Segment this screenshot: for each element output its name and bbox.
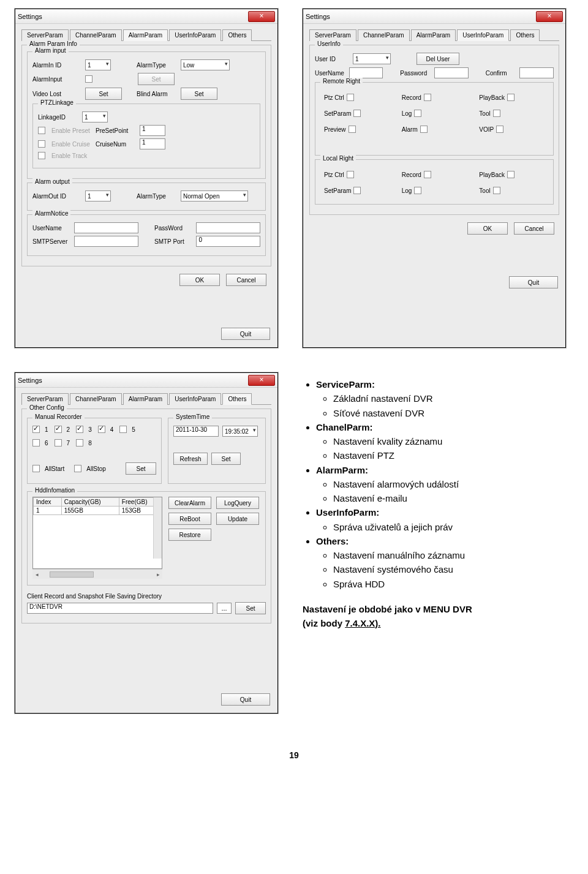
remote-log-checkbox[interactable] — [414, 110, 421, 117]
cancel-button[interactable]: Cancel — [514, 222, 554, 235]
password-input[interactable] — [196, 222, 260, 233]
clearalarm-button[interactable]: ClearAlarm — [168, 497, 211, 509]
tab-serverparam[interactable]: ServerParam — [309, 29, 356, 41]
hscrollbar[interactable]: ◂▸ — [32, 569, 162, 579]
time-select[interactable]: 19:35:02 — [222, 426, 258, 437]
username-input[interactable] — [349, 67, 383, 78]
local-log-checkbox[interactable] — [414, 187, 421, 194]
enable-track-checkbox[interactable] — [38, 152, 45, 159]
cruisenum-input[interactable]: 1 — [140, 138, 165, 149]
local-playback-checkbox[interactable] — [507, 171, 514, 178]
remote-tool-checkbox[interactable] — [493, 110, 500, 117]
systime-set-button[interactable]: Set — [211, 453, 241, 465]
remote-preview-checkbox[interactable] — [349, 126, 356, 133]
enable-preset-checkbox[interactable] — [38, 127, 45, 134]
label-smtpserver: SMTPServer — [32, 238, 70, 245]
linkageid-select[interactable]: 1 — [82, 111, 108, 122]
label-alarmout-id: AlarmOut ID — [32, 193, 81, 200]
quit-button[interactable]: Quit — [509, 276, 558, 288]
tab-others[interactable]: Others — [222, 393, 252, 405]
reboot-button[interactable]: ReBoot — [168, 513, 211, 525]
quit-button[interactable]: Quit — [221, 693, 270, 706]
tab-channelparam[interactable]: ChannelParam — [70, 29, 122, 41]
vscrollbar[interactable] — [153, 497, 162, 559]
tabs: ServerParam ChannelParam AlarmParam User… — [309, 29, 559, 41]
tab-alarmparam[interactable]: AlarmParam — [123, 29, 168, 41]
tab-serverparam[interactable]: ServerParam — [21, 393, 69, 405]
tab-userinfoparam[interactable]: UserInfoParam — [169, 29, 221, 41]
tab-others[interactable]: Others — [222, 29, 252, 41]
blindalarm-set-button[interactable]: Set — [181, 88, 217, 100]
ok-button[interactable]: OK — [467, 222, 508, 235]
local-record-checkbox[interactable] — [424, 171, 431, 178]
remote-record-checkbox[interactable] — [424, 94, 431, 101]
ch3-checkbox[interactable] — [76, 426, 83, 433]
allstop-checkbox[interactable] — [74, 465, 81, 472]
tab-alarmparam[interactable]: AlarmParam — [411, 29, 456, 41]
tab-alarmparam[interactable]: AlarmParam — [123, 393, 168, 405]
presetpoint-input[interactable]: 1 — [140, 125, 165, 136]
tab-others[interactable]: Others — [510, 29, 540, 41]
alarminput-checkbox[interactable] — [85, 75, 92, 83]
ch4-checkbox[interactable] — [98, 426, 105, 433]
cancel-button[interactable]: Cancel — [226, 274, 266, 286]
hdd-table-wrapper[interactable]: Index Capacity(GB) Free(GB) 1 155GB 153G… — [32, 497, 162, 569]
manual-set-button[interactable]: Set — [126, 462, 156, 475]
ch7-checkbox[interactable] — [55, 439, 62, 446]
remote-setparam-checkbox[interactable] — [353, 110, 361, 117]
directory-input[interactable]: D:\NETDVR — [27, 603, 213, 614]
update-button[interactable]: Update — [216, 513, 259, 525]
password-input[interactable] — [434, 67, 469, 78]
close-button[interactable]: × — [536, 11, 563, 22]
remote-playback-checkbox[interactable] — [507, 94, 514, 101]
tab-serverparam[interactable]: ServerParam — [21, 29, 69, 41]
table-row[interactable]: 1 155GB 153GB — [34, 507, 162, 515]
ch5-checkbox[interactable] — [119, 426, 127, 433]
restore-button[interactable]: Restore — [168, 529, 211, 541]
date-input[interactable]: 2011-10-30 — [173, 426, 219, 437]
ok-button[interactable]: OK — [179, 274, 220, 286]
close-button[interactable]: × — [248, 11, 275, 22]
window-title: Settings — [18, 13, 42, 20]
alarminput-set-button[interactable]: Set — [138, 73, 175, 85]
label-clientdir: Client Record and Snapshot File Saving D… — [27, 593, 266, 600]
remote-ptz-checkbox[interactable] — [347, 94, 354, 101]
username-input[interactable] — [74, 222, 138, 233]
window-alarmparam: Settings × ServerParam ChannelParam Alar… — [15, 9, 278, 348]
browse-button[interactable]: ... — [217, 603, 232, 614]
refresh-button[interactable]: Refresh — [173, 453, 208, 465]
remote-alarm-checkbox[interactable] — [420, 126, 428, 133]
local-tool-checkbox[interactable] — [493, 187, 500, 194]
label-ptzctrl: Ptz Ctrl — [324, 171, 344, 178]
group-other-config: Other Config Manual Recorder 1 2 3 4 5 6 — [21, 409, 271, 623]
confirm-input[interactable] — [519, 67, 554, 78]
tab-userinfoparam[interactable]: UserInfoParam — [457, 29, 509, 41]
ch1-checkbox[interactable] — [32, 426, 40, 433]
videolost-set-button[interactable]: Set — [85, 88, 122, 100]
deluser-button[interactable]: Del User — [417, 53, 459, 65]
alarmtype2-select[interactable]: Normal Open — [181, 190, 248, 202]
close-button[interactable]: × — [248, 375, 275, 386]
remote-voip-checkbox[interactable] — [496, 126, 503, 133]
allstart-checkbox[interactable] — [32, 465, 40, 472]
dir-set-button[interactable]: Set — [235, 602, 266, 614]
ch2-checkbox[interactable] — [55, 426, 62, 433]
logquery-button[interactable]: LogQuery — [216, 497, 259, 509]
smtpserver-input[interactable] — [74, 236, 138, 247]
tab-channelparam[interactable]: ChannelParam — [70, 393, 122, 405]
tab-userinfoparam[interactable]: UserInfoParam — [169, 393, 221, 405]
enable-cruise-checkbox[interactable] — [38, 140, 45, 148]
alarmtype-select[interactable]: Low — [181, 59, 230, 70]
smtpport-input[interactable]: 0 — [196, 236, 260, 247]
label-linkageid: LinkageID — [38, 114, 78, 121]
local-setparam-checkbox[interactable] — [353, 187, 361, 194]
quit-button[interactable]: Quit — [221, 328, 270, 340]
ch6-checkbox[interactable] — [32, 439, 40, 446]
alarmin-id-select[interactable]: 1 — [85, 59, 111, 70]
alarmout-id-select[interactable]: 1 — [85, 190, 111, 202]
label-tool: Tool — [479, 110, 490, 117]
local-ptz-checkbox[interactable] — [347, 171, 354, 178]
tab-channelparam[interactable]: ChannelParam — [358, 29, 410, 41]
userid-select[interactable]: 1 — [353, 53, 391, 64]
ch8-checkbox[interactable] — [76, 439, 83, 446]
